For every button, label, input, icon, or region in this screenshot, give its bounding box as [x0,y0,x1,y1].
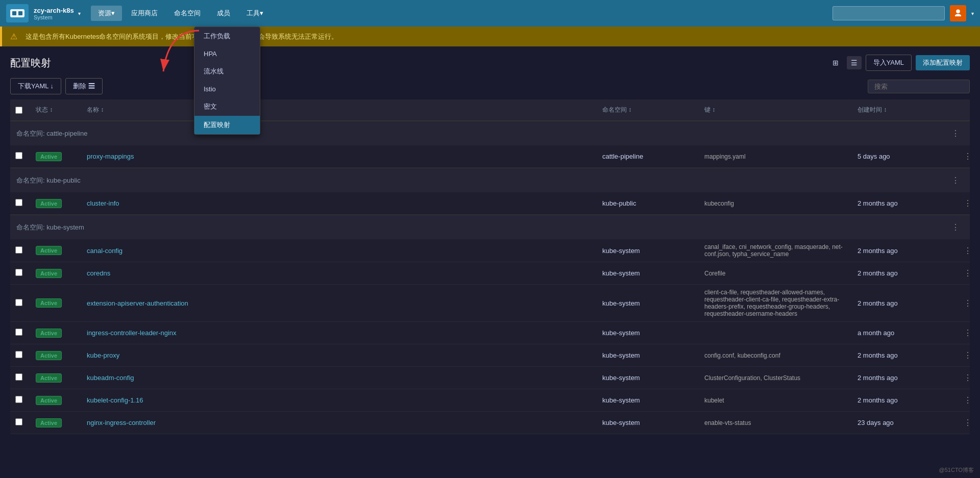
nav-appstore[interactable]: 应用商店 [124,6,165,21]
row-name[interactable]: kubelet-config-1.16 [82,392,597,408]
row-name[interactable]: cluster-info [82,195,597,211]
row-name[interactable]: extension-apiserver-authentication [82,295,597,311]
table-row: Active kubelet-config-1.16 kube-system k… [10,389,970,412]
namespace-more-btn[interactable]: ⋮ [947,127,964,140]
row-keys: ClusterConfiguration, ClusterStatus [699,370,852,386]
namespace-header-1: 命名空间: kube-public⋮ [10,168,970,192]
row-namespace: kube-system [597,243,699,259]
import-yaml-button[interactable]: 导入YAML [866,55,912,71]
status-badge: Active [36,351,62,360]
row-more-btn[interactable]: ⋮ [960,244,976,257]
row-status: Active [31,265,82,282]
row-namespace: kube-system [597,347,699,363]
th-keys[interactable]: 键 ↕ [699,104,852,116]
th-created[interactable]: 创建时间 ↕ [852,104,954,116]
row-more-cell: ⋮ [954,294,970,312]
row-checkbox[interactable] [15,329,22,336]
row-more-cell: ⋮ [954,242,970,260]
row-more-btn[interactable]: ⋮ [960,297,976,310]
row-more-btn[interactable]: ⋮ [960,150,976,163]
dropdown-secrets[interactable]: 密文 [194,97,260,116]
row-checkbox[interactable] [15,199,22,206]
row-more-btn[interactable]: ⋮ [960,371,976,384]
row-checkbox[interactable] [15,396,22,403]
status-badge: Active [36,246,62,255]
cluster-sub: System [34,14,74,20]
row-checkbox[interactable] [15,246,22,254]
table-header: 状态 ↕ 名称 ↕ 命名空间 ↕ 键 ↕ 创建时间 ↕ [10,99,970,121]
row-name[interactable]: coredns [82,265,597,281]
toolbar-left: 下载YAML ↓ 删除 ☰ [10,78,103,94]
row-keys: Corefile [699,266,852,281]
row-keys: kubelet [699,393,852,408]
namespace-more-btn[interactable]: ⋮ [947,173,964,187]
warning-banner: ⚠ 这是包含所有Kubernetes命名空间的系统项目，修改当前项目中的资源配置… [0,27,980,46]
row-checkbox[interactable] [15,269,22,276]
namespace-header-0: 命名空间: cattle-pipeline⋮ [10,121,970,145]
nav-resources[interactable]: 资源▾ [91,6,122,21]
table-row: Active kube-proxy kube-system config.con… [10,344,970,367]
user-avatar[interactable] [950,5,966,21]
row-checkbox-cell [10,148,31,165]
row-name[interactable]: kubeadm-config [82,370,597,386]
row-more-btn[interactable]: ⋮ [960,197,976,210]
nav-namespaces[interactable]: 命名空间 [167,6,208,21]
row-status: Active [31,347,82,364]
th-namespace[interactable]: 命名空间 ↕ [597,104,699,116]
row-created: 2 months ago [852,347,954,363]
row-name[interactable]: proxy-mappings [82,148,597,164]
row-checkbox[interactable] [15,351,22,358]
row-status: Active [31,148,82,165]
row-status: Active [31,294,82,312]
status-badge: Active [36,152,62,161]
warning-icon: ⚠ [10,32,20,41]
table-row: Active nginx-ingress-controller kube-sys… [10,412,970,434]
delete-button[interactable]: 删除 ☰ [65,78,103,94]
nav-members[interactable]: 成员 [210,6,237,21]
row-checkbox-cell [10,195,31,212]
cluster-dropdown-arrow[interactable]: ▾ [78,11,81,16]
table-search-input[interactable] [868,80,970,93]
row-created: 2 months ago [852,295,954,311]
row-name[interactable]: ingress-controller-leader-nginx [82,325,597,341]
row-name[interactable]: kube-proxy [82,347,597,363]
th-status[interactable]: 状态 ↕ [31,104,82,116]
download-yaml-button[interactable]: 下载YAML ↓ [10,78,61,94]
status-badge: Active [36,396,62,405]
add-configmap-button[interactable]: 添加配置映射 [916,55,970,70]
global-search-input[interactable] [832,6,945,20]
th-actions [954,104,970,116]
row-more-btn[interactable]: ⋮ [960,267,976,280]
row-checkbox[interactable] [15,418,22,425]
dropdown-istio[interactable]: Istio [194,81,260,97]
row-checkbox-cell [10,392,31,409]
status-badge: Active [36,373,62,383]
row-checkbox-cell [10,324,31,341]
row-more-btn[interactable]: ⋮ [960,394,976,407]
row-more-btn[interactable]: ⋮ [960,326,976,339]
row-keys: enable-vts-status [699,415,852,431]
table-row: Active extension-apiserver-authenticatio… [10,285,970,322]
row-namespace: kube-system [597,370,699,386]
row-name[interactable]: nginx-ingress-controller [82,415,597,431]
row-more-btn[interactable]: ⋮ [960,349,976,362]
namespace-more-btn[interactable]: ⋮ [947,220,964,234]
view-grid-icon[interactable]: ⊞ [828,56,843,69]
topbar-dropdown-arrow[interactable]: ▾ [971,11,974,16]
row-keys [699,329,852,337]
row-name[interactable]: canal-config [82,243,597,259]
table-row: Active canal-config kube-system canal_if… [10,239,970,262]
row-checkbox[interactable] [15,373,22,381]
row-checkbox[interactable] [15,299,22,306]
status-badge: Active [36,298,62,308]
select-all-checkbox[interactable] [15,107,22,114]
dropdown-configmap[interactable]: 配置映射 [194,116,260,134]
row-checkbox[interactable] [15,152,22,159]
row-keys: config.conf, kubeconfig.conf [699,348,852,363]
nav-tools[interactable]: 工具▾ [239,6,271,21]
table-row: Active coredns kube-system Corefile 2 mo… [10,262,970,285]
view-list-icon[interactable]: ☰ [847,56,862,69]
status-badge: Active [36,269,62,278]
th-name[interactable]: 名称 ↕ [82,104,597,116]
row-more-btn[interactable]: ⋮ [960,416,976,429]
